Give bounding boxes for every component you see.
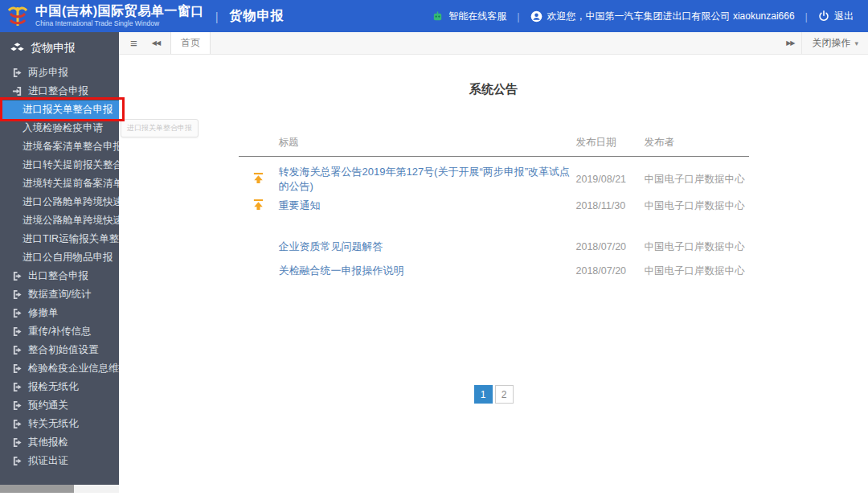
main-area: ≡ ◀◀ 首页 ▶▶ 关闭操作 ▾ 系统公告 标题 发布日期: [119, 32, 868, 496]
sidebar-item-import-declaration-form[interactable]: 进口报关单整合申报: [0, 100, 119, 119]
online-service-button[interactable]: 智能在线客服: [432, 10, 506, 23]
sidebar-item-entry-road-manifest[interactable]: 进境公路舱单跨境快速通关: [0, 211, 119, 230]
sidebar: 货物申报 两步申报 进口整合申报 进口报关单整合申报 入境检验检疫申请 进境备案…: [0, 32, 119, 485]
announcement-date: 2018/07/20: [572, 259, 641, 283]
menu-tooltip: 进口报关单整合申报: [121, 119, 199, 137]
sidebar-item-paperless-inspection[interactable]: 报检无纸化: [0, 378, 119, 396]
sidebar-item-retransmit-supplement[interactable]: 重传/补传信息: [0, 322, 119, 341]
title-column-header: 标题: [275, 136, 572, 157]
sidebar-item-import-integrated-declare[interactable]: 进口整合申报: [0, 82, 119, 100]
sign-out-icon: [12, 456, 23, 466]
tab-bar: ≡ ◀◀ 首页 ▶▶ 关闭操作 ▾: [119, 32, 868, 55]
page-title: 系统公告: [119, 55, 868, 97]
announcement-publisher: 中国电子口岸数据中心: [641, 194, 749, 218]
chevron-down-icon: ▾: [854, 39, 858, 47]
pinned-top-icon: [252, 199, 264, 211]
single-window-logo-icon: [5, 3, 31, 29]
sign-out-icon: [12, 419, 23, 429]
app-window: 中国(吉林)国际贸易单一窗口 China International Trade…: [0, 0, 868, 496]
announcement-date: 2019/08/21: [572, 157, 641, 195]
header-divider: |: [215, 10, 219, 23]
sidebar-item-paperless-transit[interactable]: 转关无纸化: [0, 415, 119, 433]
menu-toggle-icon[interactable]: ≡: [119, 32, 145, 54]
pinned-top-icon: [252, 172, 264, 184]
sidebar-item-appointment-clearance[interactable]: 预约通关: [0, 396, 119, 415]
sign-out-icon: [12, 400, 23, 411]
pin-column-header: [239, 136, 275, 157]
welcome-text: 欢迎您，中国第一汽车集团进出口有限公司 xiaokunzai666: [547, 10, 795, 23]
date-column-header: 发布日期: [572, 136, 641, 157]
sign-out-icon: [12, 68, 23, 78]
top-header: 中国(吉林)国际贸易单一窗口 China International Trade…: [0, 0, 868, 32]
sign-out-icon: [12, 289, 23, 300]
sidebar-item-import-road-manifest[interactable]: 进口公路舱单跨境快速通关: [0, 193, 119, 211]
logout-label: 退出: [834, 10, 854, 23]
announcement-link[interactable]: 企业资质常见问题解答: [279, 240, 383, 252]
sidebar-item-amend-withdraw[interactable]: 修撤单: [0, 304, 119, 322]
page-button-1[interactable]: 1: [474, 385, 493, 404]
sidebar-horizontal-scrollbar[interactable]: [0, 485, 119, 493]
sidebar-item-entry-inspection-quarantine[interactable]: 入境检验检疫申请: [0, 119, 119, 137]
sign-out-icon: [12, 382, 23, 392]
sign-in-icon: [12, 86, 23, 96]
tab-bar-right: ▶▶ 关闭操作 ▾: [779, 32, 868, 54]
tab-home[interactable]: 首页: [170, 32, 211, 54]
welcome-user[interactable]: 欢迎您，中国第一汽车集团进出口有限公司 xiaokunzai666: [530, 10, 795, 23]
robot-icon: [432, 10, 444, 23]
sidebar-item-import-transit-advance[interactable]: 进口转关提前报关整合申报: [0, 156, 119, 174]
sidebar-item-import-tir-transport[interactable]: 进口TIR运输报关单整合申报: [0, 230, 119, 248]
table-row: 企业资质常见问题解答 2018/07/20 中国电子口岸数据中心: [239, 235, 749, 259]
sidebar-item-ciq-enterprise-info[interactable]: 检验检疫企业信息维护: [0, 359, 119, 378]
publisher-column-header: 发布者: [641, 136, 749, 157]
announcement-publisher: 中国电子口岸数据中心: [641, 259, 749, 283]
announcement-publisher: 中国电子口岸数据中心: [641, 235, 749, 259]
sidebar-item-data-query-statistics[interactable]: 数据查询/统计: [0, 285, 119, 304]
brand-title: 中国(吉林)国际贸易单一窗口: [35, 5, 204, 18]
announcement-date: 2018/11/30: [572, 194, 641, 218]
brand-text: 中国(吉林)国际贸易单一窗口 China International Trade…: [35, 5, 204, 27]
user-icon: [530, 10, 542, 23]
sidebar-item-entry-record-list[interactable]: 进境备案清单整合申报: [0, 137, 119, 156]
header-separator: |: [805, 10, 808, 23]
sign-out-icon: [12, 326, 23, 337]
announcement-date: 2018/07/20: [572, 235, 641, 259]
sidebar-item-import-personal-articles[interactable]: 进口公自用物品申报: [0, 248, 119, 267]
announcement-link[interactable]: 转发海关总署公告2019年第127号(关于开展“两步申报”改革试点的公告): [279, 166, 571, 192]
table-row: 转发海关总署公告2019年第127号(关于开展“两步申报”改革试点的公告) 20…: [239, 157, 749, 195]
sign-out-icon: [12, 308, 23, 318]
table-row: 重要通知 2018/11/30 中国电子口岸数据中心: [239, 194, 749, 218]
announcements-panel: 系统公告 标题 发布日期 发布者 转发海关: [119, 55, 868, 496]
announcement-publisher: 中国电子口岸数据中心: [641, 157, 749, 195]
sign-out-icon: [12, 363, 23, 374]
pagination: 1 2: [119, 385, 868, 404]
logout-button[interactable]: 退出: [818, 10, 854, 23]
header-right: 智能在线客服 | 欢迎您，中国第一汽车集团进出口有限公司 xiaokunzai6…: [432, 10, 868, 23]
announcement-link[interactable]: 关检融合统一申报操作说明: [279, 264, 404, 277]
page-button-2[interactable]: 2: [495, 385, 514, 404]
sidebar-item-export-integrated-declare[interactable]: 出口整合申报: [0, 267, 119, 285]
brand-subtitle: China International Trade Single Window: [35, 20, 204, 27]
sidebar-item-two-step-declare[interactable]: 两步申报: [0, 64, 119, 82]
power-icon: [818, 10, 829, 22]
scrollbar-thumb[interactable]: [0, 485, 74, 493]
brand: 中国(吉林)国际贸易单一窗口 China International Trade…: [0, 3, 285, 29]
sidebar-nav: 两步申报 进口整合申报 进口报关单整合申报 入境检验检疫申请 进境备案清单整合申…: [0, 64, 119, 470]
close-operations-dropdown[interactable]: 关闭操作 ▾: [801, 32, 868, 54]
cubes-icon: [10, 43, 24, 55]
header-separator: |: [517, 10, 519, 23]
online-service-label: 智能在线客服: [448, 10, 506, 23]
app-title: 货物申报: [230, 8, 285, 25]
sidebar-item-other-inspection[interactable]: 其他报检: [0, 433, 119, 452]
sidebar-title-label: 货物申报: [31, 41, 76, 55]
sidebar-title: 货物申报: [0, 32, 119, 58]
scroll-tabs-right-icon[interactable]: ▶▶: [779, 32, 801, 54]
spacer-row: [239, 218, 749, 235]
announcement-link[interactable]: 重要通知: [279, 199, 321, 211]
sidebar-item-entry-transit-advance-record[interactable]: 进境转关提前备案清单整合: [0, 174, 119, 193]
table-header-row: 标题 发布日期 发布者: [239, 136, 749, 157]
sign-out-icon: [12, 437, 23, 448]
sidebar-item-certificate-issuance[interactable]: 拟证出证: [0, 452, 119, 470]
sidebar-item-integrated-initial-settings[interactable]: 整合初始值设置: [0, 341, 119, 359]
scroll-tabs-left-icon[interactable]: ◀◀: [145, 32, 167, 54]
table-row: 关检融合统一申报操作说明 2018/07/20 中国电子口岸数据中心: [239, 259, 749, 283]
